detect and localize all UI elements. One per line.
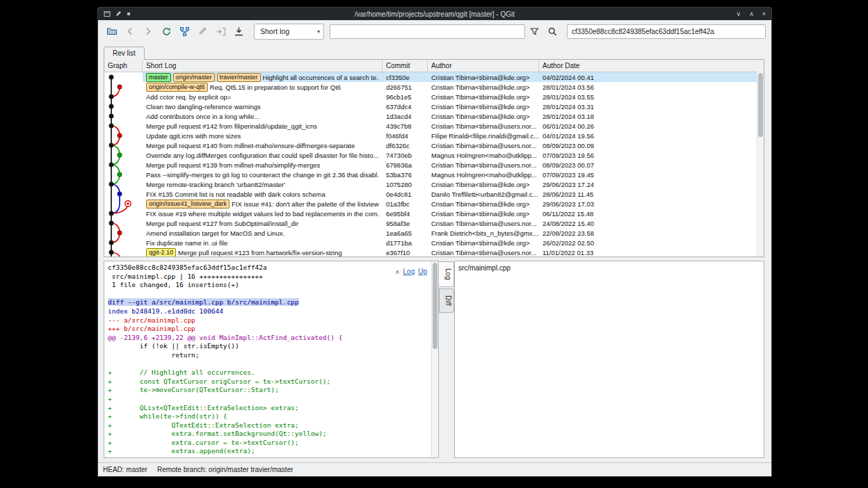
scrollbar-handle[interactable] bbox=[758, 73, 763, 137]
highlight-search-button[interactable] bbox=[545, 23, 561, 40]
open-repository-button[interactable] bbox=[104, 23, 120, 40]
table-row[interactable]: Merge pull request #142 from filiperinal… bbox=[104, 121, 764, 131]
arrow-into-box-icon bbox=[216, 26, 226, 37]
table-row[interactable]: Merge pull request #127 from SubOptimal/… bbox=[104, 218, 764, 228]
column-header-author-date[interactable]: Author Date bbox=[539, 60, 764, 72]
shortlog-cell: Update qgit.icns with more sizes bbox=[143, 131, 383, 140]
diff-line: + bbox=[108, 395, 430, 404]
commit-hash-cell: 0e4dc81 bbox=[383, 189, 428, 199]
table-header: Graph Short Log Commit Author Author Dat… bbox=[104, 60, 764, 72]
author-cell: Cristian Tibirna<tibirna@users.nor... bbox=[428, 160, 539, 170]
chevron-down-icon: ▾ bbox=[317, 29, 320, 35]
author-date-cell: 07/09/2023 19.56 bbox=[539, 150, 764, 160]
diff-panel[interactable]: cf3350e88cc8c8249385efac63ddf15ac1eff42a… bbox=[104, 261, 439, 458]
table-row[interactable]: origin/issue41_listview_darkFIX issue #4… bbox=[104, 199, 764, 209]
tab-diff[interactable]: Diff bbox=[439, 288, 454, 313]
table-row[interactable]: Fix duplicate name in .ui filed1771baCri… bbox=[104, 238, 764, 247]
commit-subject: Update qgit.icns with more sizes bbox=[146, 132, 241, 140]
table-row[interactable]: Merge pull request #140 from millnet-mah… bbox=[104, 140, 764, 150]
column-header-short-log[interactable]: Short Log bbox=[143, 60, 383, 72]
pin-icon[interactable] bbox=[126, 11, 131, 17]
commit-hash-cell: 1d3acd4 bbox=[383, 111, 428, 121]
maximize-button[interactable]: ∧ bbox=[749, 10, 754, 17]
table-row[interactable]: Merge remote-tracking branch 'urban82/ma… bbox=[104, 179, 764, 189]
arrow-right-icon bbox=[143, 26, 153, 36]
table-row[interactable]: qgit-2.10Merge pull request #123 from ha… bbox=[104, 247, 764, 257]
commit-subject: Req. Qt5.15 in preparation to support fo… bbox=[210, 83, 341, 91]
author-cell: Cristian Tibirna<tibirna@kde.org> bbox=[428, 199, 539, 209]
column-header-graph[interactable]: Graph bbox=[104, 60, 143, 72]
row-main: origin/compile-w-qt6Req. Qt5.15 in prepa… bbox=[143, 82, 764, 92]
table-row[interactable]: Override any log.diffMerges configuratio… bbox=[104, 150, 764, 160]
export-down-icon bbox=[234, 26, 244, 37]
funnel-icon bbox=[529, 26, 540, 37]
column-header-commit[interactable]: Commit bbox=[383, 60, 428, 72]
rev-list-scrollbar[interactable] bbox=[757, 72, 764, 257]
table-row[interactable]: Amend installation target for MacOS and … bbox=[104, 228, 764, 238]
table-row[interactable]: FIX issue #19 where multiple widget valu… bbox=[104, 209, 764, 218]
log-view-select[interactable]: Short log ▾ bbox=[254, 24, 324, 40]
row-main: Pass --simplify-merges to git log to cou… bbox=[143, 170, 764, 179]
close-button[interactable]: × bbox=[762, 10, 766, 17]
edit-patch-button[interactable] bbox=[194, 23, 211, 40]
commit-hash-cell: 01a3fbc bbox=[383, 199, 428, 209]
author-cell: Cristian Tibirna<tibirna@users.nor... bbox=[428, 140, 539, 150]
diff-line: 1 file changed, 16 insertions(+) bbox=[108, 281, 430, 290]
log-link[interactable]: Log bbox=[403, 268, 415, 275]
diff-line: src/mainimpl.cpp | 16 ++++++++++++++++ bbox=[108, 273, 430, 282]
table-row[interactable]: Clean two dangling-reference warnings637… bbox=[104, 101, 764, 111]
forward-button[interactable] bbox=[140, 23, 156, 40]
ref-badge-branch: travier/master bbox=[217, 73, 261, 82]
row-main: Add cctor req. by explicit op=96cb1e5Cri… bbox=[143, 92, 764, 101]
row-main: Merge remote-tracking branch 'urban82/ma… bbox=[143, 179, 764, 189]
minimize-button[interactable]: ∨ bbox=[737, 10, 741, 17]
tree-view-button[interactable] bbox=[176, 23, 193, 40]
pencil-icon[interactable] bbox=[115, 10, 122, 17]
refresh-button[interactable] bbox=[158, 23, 175, 40]
ref-badge-branch: origin/compile-w-qt6 bbox=[146, 83, 208, 92]
table-row[interactable]: masterorigin/mastertravier/masterHighlig… bbox=[104, 72, 764, 82]
diff-line: + QList<QTextEdit::ExtraSelection> extra… bbox=[108, 404, 430, 413]
search-input[interactable] bbox=[330, 24, 525, 39]
commit-subject: Override any log.diffMerges configuratio… bbox=[146, 152, 379, 159]
titlebar[interactable]: /var/home/tim/projects/upstream/qgit [ma… bbox=[98, 8, 771, 20]
table-row[interactable]: Pass --simplify-merges to git log to cou… bbox=[104, 170, 764, 179]
author-cell: Magnus Holmgren<maho@utklipp... bbox=[428, 170, 539, 179]
up-link[interactable]: Up bbox=[418, 268, 427, 275]
shortlog-cell: FIX issue #19 where multiple widget valu… bbox=[143, 209, 383, 218]
tabbar: Rev list bbox=[98, 42, 771, 59]
shortlog-cell: Merge remote-tracking branch 'urban82/ma… bbox=[143, 179, 383, 189]
commit-hash-cell: f046fd4 bbox=[383, 131, 428, 140]
row-main: FIX issue #19 where multiple widget valu… bbox=[143, 209, 764, 218]
column-header-author[interactable]: Author bbox=[428, 60, 539, 72]
apply-patch-button[interactable] bbox=[212, 23, 229, 40]
author-cell: Cristian Tibirna<tibirna@kde.org> bbox=[428, 82, 539, 92]
author-date-cell: 29/06/2023 17.24 bbox=[539, 179, 764, 189]
table-row[interactable]: FIX #135 Commit list is not readable wit… bbox=[104, 189, 764, 199]
commit-hash-cell: 637ddc4 bbox=[383, 101, 428, 111]
save-patch-button[interactable] bbox=[230, 23, 247, 40]
filter-button[interactable] bbox=[527, 23, 543, 40]
row-main: qgit-2.10Merge pull request #123 from ha… bbox=[143, 247, 764, 257]
table-row[interactable]: Merge pull request #139 from millnet-mah… bbox=[104, 160, 764, 170]
file-item[interactable]: src/mainimpl.cpp bbox=[458, 263, 760, 273]
table-row[interactable]: Add contributors once in a long while...… bbox=[104, 111, 764, 121]
sha-input[interactable] bbox=[567, 24, 766, 39]
commit-subject: Add contributors once in a long while... bbox=[146, 113, 259, 120]
diff-line: diff --git a/src/mainimpl.cpp b/src/main… bbox=[108, 298, 430, 307]
table-row[interactable]: Add cctor req. by explicit op=96cb1e5Cri… bbox=[104, 92, 764, 101]
commit-subject: FIX issue #19 where multiple widget valu… bbox=[146, 210, 379, 218]
collapse-icon[interactable]: ∧ bbox=[395, 268, 400, 275]
tab-log[interactable]: Log bbox=[439, 261, 454, 287]
qgit-window: /var/home/tim/projects/upstream/qgit [ma… bbox=[97, 7, 772, 477]
table-row[interactable]: origin/compile-w-qt6Req. Qt5.15 in prepa… bbox=[104, 82, 764, 92]
commit-subject: FIX #135 Commit list is not readable wit… bbox=[146, 190, 326, 198]
back-button[interactable] bbox=[122, 23, 138, 40]
scrollbar-handle[interactable] bbox=[433, 263, 437, 349]
tab-rev-list[interactable]: Rev list bbox=[104, 47, 145, 60]
refresh-icon bbox=[161, 26, 172, 37]
commit-hash-cell: 74730eb bbox=[383, 150, 428, 160]
shortlog-cell: masterorigin/mastertravier/masterHighlig… bbox=[143, 72, 383, 82]
diff-scrollbar[interactable] bbox=[431, 261, 438, 457]
table-row[interactable]: Update qgit.icns with more sizesf046fd4F… bbox=[104, 131, 764, 140]
